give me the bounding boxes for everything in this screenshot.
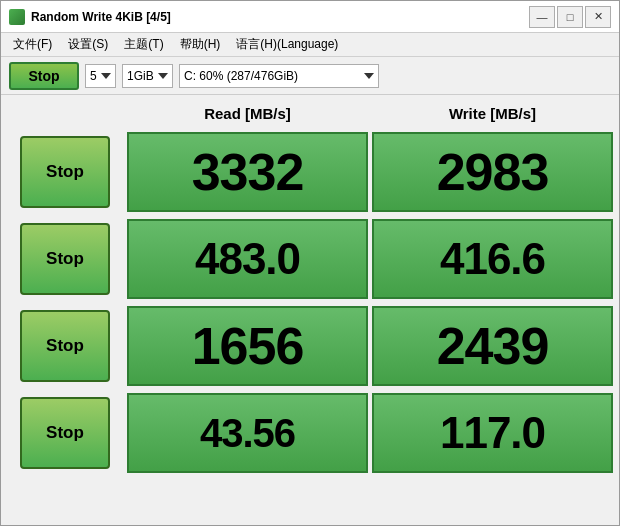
table-row: Stop 483.0 416.6: [5, 217, 615, 301]
app-icon: [9, 9, 25, 25]
stop-button-1[interactable]: Stop: [20, 136, 110, 208]
table-row: Stop 1656 2439: [5, 304, 615, 388]
read-text-3: 1656: [192, 316, 304, 376]
menu-help[interactable]: 帮助(H): [172, 34, 229, 55]
write-value-1: 2983: [372, 132, 613, 212]
size-dropdown[interactable]: 1GiB: [122, 64, 173, 88]
read-header: Read [MB/s]: [125, 101, 370, 126]
title-bar: Random Write 4KiB [4/5] — □ ✕: [1, 1, 619, 33]
menu-file[interactable]: 文件(F): [5, 34, 60, 55]
read-text-4: 43.56: [200, 411, 295, 456]
stop-cell-4: Stop: [5, 391, 125, 475]
read-value-3: 1656: [127, 306, 368, 386]
read-value-2: 483.0: [127, 219, 368, 299]
maximize-button[interactable]: □: [557, 6, 583, 28]
window-controls: — □ ✕: [529, 6, 611, 28]
write-header: Write [MB/s]: [370, 101, 615, 126]
read-text-1: 3332: [192, 142, 304, 202]
minimize-button[interactable]: —: [529, 6, 555, 28]
write-value-2: 416.6: [372, 219, 613, 299]
main-window: Random Write 4KiB [4/5] — □ ✕ 文件(F) 设置(S…: [0, 0, 620, 526]
stop-cell-3: Stop: [5, 304, 125, 388]
write-text-4: 117.0: [440, 408, 545, 458]
read-value-4: 43.56: [127, 393, 368, 473]
count-dropdown[interactable]: 5: [85, 64, 116, 88]
menu-language[interactable]: 语言(H)(Language): [228, 34, 346, 55]
toolbar: Stop 5 1GiB C: 60% (287/476GiB): [1, 57, 619, 95]
stop-cell-1: Stop: [5, 130, 125, 214]
write-value-3: 2439: [372, 306, 613, 386]
drive-dropdown[interactable]: C: 60% (287/476GiB): [179, 64, 379, 88]
toolbar-stop-button[interactable]: Stop: [9, 62, 79, 90]
benchmark-results: Read [MB/s] Write [MB/s] Stop 3332 2983 …: [1, 95, 619, 525]
close-button[interactable]: ✕: [585, 6, 611, 28]
stop-cell-2: Stop: [5, 217, 125, 301]
read-value-1: 3332: [127, 132, 368, 212]
write-text-3: 2439: [437, 316, 549, 376]
stop-button-3[interactable]: Stop: [20, 310, 110, 382]
menu-settings[interactable]: 设置(S): [60, 34, 116, 55]
stop-button-2[interactable]: Stop: [20, 223, 110, 295]
table-row: Stop 43.56 117.0: [5, 391, 615, 475]
window-title: Random Write 4KiB [4/5]: [31, 10, 529, 24]
write-value-4: 117.0: [372, 393, 613, 473]
write-text-2: 416.6: [440, 234, 545, 284]
menu-theme[interactable]: 主题(T): [116, 34, 171, 55]
table-row: Stop 3332 2983: [5, 130, 615, 214]
stop-button-4[interactable]: Stop: [20, 397, 110, 469]
write-text-1: 2983: [437, 142, 549, 202]
read-text-2: 483.0: [195, 234, 300, 284]
menu-bar: 文件(F) 设置(S) 主题(T) 帮助(H) 语言(H)(Language): [1, 33, 619, 57]
table-header: Read [MB/s] Write [MB/s]: [5, 99, 615, 128]
